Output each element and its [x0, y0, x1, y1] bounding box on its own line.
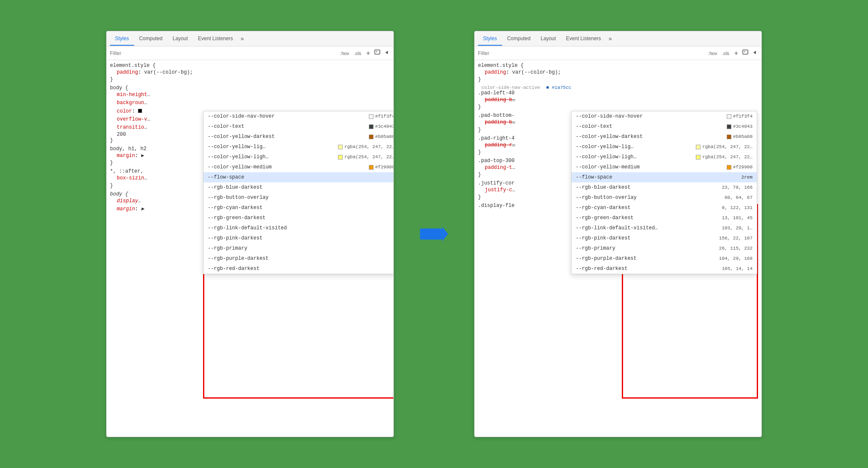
right-auto-item-6[interactable]: --flow-space 2rem — [571, 172, 757, 182]
left-filter-input[interactable] — [110, 50, 336, 56]
left-hov-button[interactable]: :hov — [339, 50, 350, 56]
right-color-preview-4 — [696, 155, 700, 160]
left-tab-layout[interactable]: Layout — [168, 32, 193, 46]
right-color-preview-3 — [696, 145, 700, 149]
prop-value-padding: var(--color-bg); — [144, 69, 193, 75]
autocomplete-item-7[interactable]: --rgb-blue-darkest — [203, 182, 393, 193]
autocomplete-item-1[interactable]: --color-text #3c4043 — [203, 121, 393, 132]
right-tab-more[interactable]: » — [606, 32, 615, 46]
right-auto-item-7[interactable]: --rgb-blue-darkest 23, 78, 166 — [571, 182, 757, 193]
autocomplete-item-10[interactable]: --rgb-green-darkest — [203, 213, 393, 223]
right-tabs-bar: Styles Computed Layout Event Listeners » — [475, 31, 761, 47]
right-auto-item-4[interactable]: --color-yellow-ligh… rgba(254, 247, 22… — [571, 152, 757, 162]
prop-name-box-sizing: box-sizin… — [117, 175, 147, 181]
right-color-value-1: #3c4043 — [733, 123, 753, 130]
var-name-2: --color-yellow-darkest — [208, 133, 369, 140]
right-computed-value-7: 23, 78, 166 — [722, 184, 753, 191]
right-auto-item-13[interactable]: --rgb-primary 26, 115, 232 — [571, 243, 757, 253]
color-preview-5 — [369, 165, 374, 170]
right-computed-value-15: 165, 14, 14 — [722, 265, 753, 273]
autocomplete-item-8[interactable]: --rgb-button-overlay — [203, 193, 393, 203]
right-var-name-3: --color-yellow-lig… — [576, 143, 696, 151]
left-tab-more[interactable]: » — [238, 32, 247, 46]
margin-arrow: ▶ — [141, 153, 144, 159]
left-paint-icon[interactable] — [374, 49, 381, 57]
right-auto-item-10[interactable]: --rgb-green-darkest 13, 101, 45 — [571, 213, 757, 223]
color-value-3: rgba(254, 247, 22… — [344, 143, 393, 151]
left-devtools-panel: Styles Computed Layout Event Listeners »… — [106, 31, 394, 437]
right-arrow-icon[interactable] — [751, 49, 758, 57]
right-var-name-11: --rgb-link-default-visited… — [576, 224, 722, 232]
var-name-4: --color-yellow-ligh… — [208, 153, 338, 161]
right-color-value-5: #f29900 — [733, 164, 753, 171]
right-var-name-7: --rgb-blue-darkest — [576, 184, 722, 191]
left-autocomplete-dropdown: --color-side-nav-hover #f1f3f4 --color-t… — [203, 111, 393, 274]
right-computed-value-11: 103, 29, 1… — [722, 225, 753, 232]
right-auto-item-9[interactable]: --rgb-cyan-darkest 0, 122, 131 — [571, 203, 757, 213]
var-name-3: --color-yellow-lig… — [208, 143, 338, 151]
right-tab-computed[interactable]: Computed — [502, 32, 536, 46]
left-cls-button[interactable]: .cls — [353, 50, 363, 56]
left-filter-bar: :hov .cls + — [107, 47, 393, 60]
autocomplete-item-5[interactable]: --color-yellow-medium #f29900 — [203, 162, 393, 172]
autocomplete-item-14[interactable]: --rgb-purple-darkest — [203, 253, 393, 264]
left-plus-button[interactable]: + — [365, 49, 371, 58]
right-auto-item-11[interactable]: --rgb-link-default-visited… 103, 29, 1… — [571, 223, 757, 233]
autocomplete-item-4[interactable]: --color-yellow-ligh… rgba(254, 247, 22… — [203, 152, 393, 162]
css-selector-element: element.style { — [110, 63, 390, 69]
autocomplete-item-15[interactable]: --rgb-red-darkest — [203, 264, 393, 274]
upper-hint-value: ■ #1a75cc — [546, 85, 571, 90]
autocomplete-item-3[interactable]: --color-yellow-lig… rgba(254, 247, 22… — [203, 142, 393, 152]
right-auto-item-5[interactable]: --color-yellow-medium #f29900 — [571, 162, 757, 172]
right-upper-hint: color-side-nav-active ■ #1a75cc — [478, 85, 758, 90]
right-auto-item-15[interactable]: --rgb-red-darkest 165, 14, 14 — [571, 264, 757, 274]
right-computed-value-12: 156, 22, 107 — [719, 235, 753, 242]
right-hov-button[interactable]: :hov — [707, 50, 718, 56]
right-cls-button[interactable]: .cls — [721, 50, 731, 56]
left-tab-computed[interactable]: Computed — [134, 32, 168, 46]
right-color-preview-0 — [727, 114, 731, 119]
right-color-preview-5 — [727, 165, 731, 170]
right-computed-value-13: 26, 115, 232 — [719, 245, 753, 252]
var-name-12: --rgb-pink-darkest — [208, 234, 393, 242]
prop-name-transition: transitio… — [117, 124, 147, 130]
right-tab-styles[interactable]: Styles — [478, 32, 502, 46]
autocomplete-item-0[interactable]: --color-side-nav-hover #f1f3f4 — [203, 111, 393, 121]
var-name-15: --rgb-red-darkest — [208, 265, 393, 273]
right-css-close-1: } — [478, 77, 758, 83]
autocomplete-item-9[interactable]: --rgb-cyan-darkest — [203, 203, 393, 213]
right-computed-value-9: 0, 122, 131 — [722, 204, 753, 212]
autocomplete-item-6[interactable]: --flow-space — [203, 172, 393, 182]
var-name-1: --color-text — [208, 123, 369, 130]
right-auto-item-2[interactable]: --color-yellow-darkest #b05a00 — [571, 132, 757, 142]
left-tab-event-listeners[interactable]: Event Listeners — [193, 32, 238, 46]
var-name-8: --rgb-button-overlay — [208, 194, 393, 201]
var-name-13: --rgb-primary — [208, 245, 393, 252]
svg-rect-6 — [743, 50, 748, 54]
right-auto-item-0[interactable]: --color-side-nav-hover #f1f3f4 — [571, 111, 757, 121]
autocomplete-item-13[interactable]: --rgb-primary — [203, 243, 393, 253]
right-tab-layout[interactable]: Layout — [536, 32, 561, 46]
autocomplete-item-2[interactable]: --color-yellow-darkest #b05a00 — [203, 132, 393, 142]
right-paint-icon[interactable] — [742, 49, 749, 57]
var-name-14: --rgb-purple-darkest — [208, 255, 393, 262]
autocomplete-item-12[interactable]: --rgb-pink-darkest — [203, 233, 393, 243]
right-tab-event-listeners[interactable]: Event Listeners — [561, 32, 606, 46]
right-auto-item-8[interactable]: --rgb-button-overlay 60, 64, 67 — [571, 193, 757, 203]
var-name-10: --rgb-green-darkest — [208, 214, 393, 222]
right-auto-item-14[interactable]: --rgb-purple-darkest 104, 29, 168 — [571, 253, 757, 264]
right-var-name-12: --rgb-pink-darkest — [576, 234, 719, 242]
var-name-6: --flow-space — [208, 173, 393, 181]
svg-marker-2 — [385, 51, 388, 54]
svg-rect-4 — [420, 228, 442, 240]
autocomplete-item-11[interactable]: --rgb-link-default-visited — [203, 223, 393, 233]
right-auto-item-3[interactable]: --color-yellow-lig… rgba(254, 247, 22… — [571, 142, 757, 152]
right-auto-item-12[interactable]: --rgb-pink-darkest 156, 22, 107 — [571, 233, 757, 243]
left-tab-styles[interactable]: Styles — [110, 32, 134, 46]
right-plus-button[interactable]: + — [733, 49, 739, 58]
left-arrow-icon[interactable] — [383, 49, 390, 57]
right-filter-input[interactable] — [478, 50, 704, 56]
right-auto-item-1[interactable]: --color-text #3c4043 — [571, 121, 757, 132]
css-prop-background: backgroun… — [110, 99, 390, 107]
prop-name-color: color — [117, 108, 132, 114]
